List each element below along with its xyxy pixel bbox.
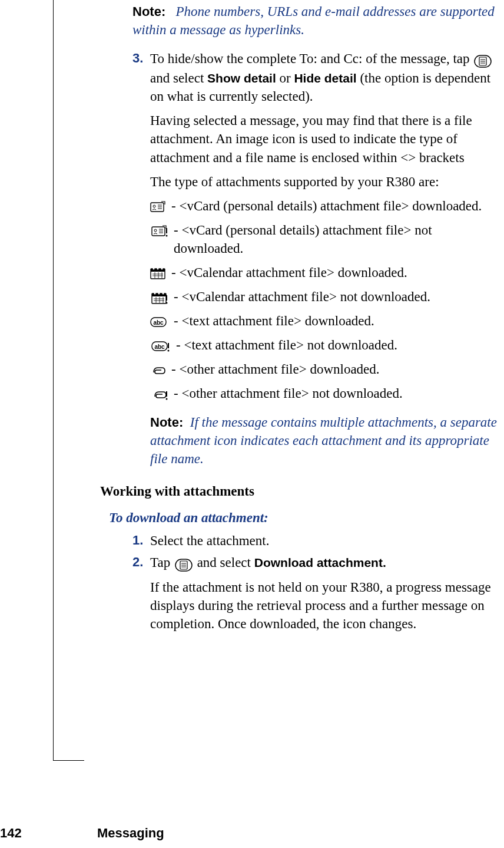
other-not-downloaded-icon bbox=[150, 384, 169, 402]
step-number: 2. bbox=[132, 553, 148, 571]
working-with-attachments-heading: Working with attachments bbox=[100, 482, 504, 500]
attachment-type-text: - <vCalendar attachment file> not downlo… bbox=[174, 288, 504, 306]
page-margin-rule bbox=[53, 0, 84, 761]
attachment-type-text: - <vCard (personal details) attachment f… bbox=[171, 197, 504, 215]
attachment-type-text: - <other attachment file> downloaded. bbox=[171, 360, 504, 378]
step-text-mid2: or bbox=[280, 71, 294, 85]
text-not-downloaded-icon bbox=[150, 336, 171, 354]
attachment-intro-para: Having selected a message, you may find … bbox=[150, 111, 504, 166]
menu-key-icon bbox=[474, 51, 492, 69]
vcalendar-downloaded-icon bbox=[150, 263, 167, 282]
attachment-type-row: - <vCalendar attachment file> downloaded… bbox=[150, 263, 504, 282]
download-step-1: 1. Select the attachment. bbox=[132, 532, 504, 550]
page-number: 142 bbox=[0, 826, 22, 841]
attachment-type-text: - <vCard (personal details) attachment f… bbox=[174, 221, 504, 258]
attachment-type-row: - <vCard (personal details) attachment f… bbox=[150, 221, 504, 258]
download-attachment-label: Download attachment. bbox=[254, 556, 386, 569]
attachment-type-text: - <text attachment file> not downloaded. bbox=[176, 336, 504, 354]
step-3: 3. To hide/show the complete To: and Cc:… bbox=[132, 50, 504, 468]
note-text: If the message contains multiple attachm… bbox=[150, 415, 497, 466]
attachment-type-row: - <text attachment file> downloaded. bbox=[150, 312, 504, 330]
attachment-type-text: - <other attachment file> not downloaded… bbox=[174, 384, 504, 402]
to-download-subhead: To download an attachment: bbox=[109, 509, 504, 527]
attachment-type-row: - <vCalendar attachment file> not downlo… bbox=[150, 288, 504, 306]
text-downloaded-icon bbox=[150, 312, 169, 330]
download-result-para: If the attachment is not held on your R3… bbox=[150, 578, 504, 633]
attachment-type-row: - <text attachment file> not downloaded. bbox=[150, 336, 504, 354]
main-content: Note: Phone numbers, URLs and e-mail add… bbox=[100, 0, 504, 639]
attachment-type-text: - <text attachment file> downloaded. bbox=[174, 312, 504, 330]
attachment-type-row: - <other attachment file> downloaded. bbox=[150, 360, 504, 378]
step-number: 1. bbox=[132, 532, 148, 549]
attachment-type-text: - <vCalendar attachment file> downloaded… bbox=[171, 263, 504, 282]
hide-detail-label: Hide detail bbox=[294, 71, 356, 85]
step-text: Select the attachment. bbox=[150, 533, 269, 548]
note-label: Note: bbox=[150, 415, 183, 430]
attachment-type-row: - <other attachment file> not downloaded… bbox=[150, 384, 504, 402]
note-hyperlinks: Note: Phone numbers, URLs and e-mail add… bbox=[132, 2, 504, 39]
step-text-pre: Tap bbox=[150, 555, 174, 570]
download-step-2: 2. Tap and select Download attachment. I… bbox=[132, 553, 504, 632]
other-downloaded-icon bbox=[150, 360, 167, 378]
footer-section-title: Messaging bbox=[97, 826, 164, 841]
step-text-mid1: and select bbox=[150, 71, 207, 85]
menu-key-icon bbox=[175, 555, 193, 573]
note-multi-attachments: Note: If the message contains multiple a… bbox=[150, 413, 504, 468]
note-label: Note: bbox=[132, 4, 165, 19]
manual-page: Note: Phone numbers, URLs and e-mail add… bbox=[0, 0, 504, 848]
step-text-pre: To hide/show the complete To: and Cc: of… bbox=[150, 51, 473, 66]
attachment-type-row: - <vCard (personal details) attachment f… bbox=[150, 197, 504, 215]
step-number: 3. bbox=[132, 50, 148, 67]
step-text-mid: and select bbox=[197, 555, 254, 570]
vcard-not-downloaded-icon bbox=[150, 221, 169, 239]
show-detail-label: Show detail bbox=[207, 71, 276, 85]
vcard-downloaded-icon bbox=[150, 197, 167, 215]
attachment-types-para: The type of attachments supported by you… bbox=[150, 173, 504, 191]
vcalendar-not-downloaded-icon bbox=[150, 288, 169, 306]
note-text: Phone numbers, URLs and e-mail addresses… bbox=[132, 4, 495, 37]
